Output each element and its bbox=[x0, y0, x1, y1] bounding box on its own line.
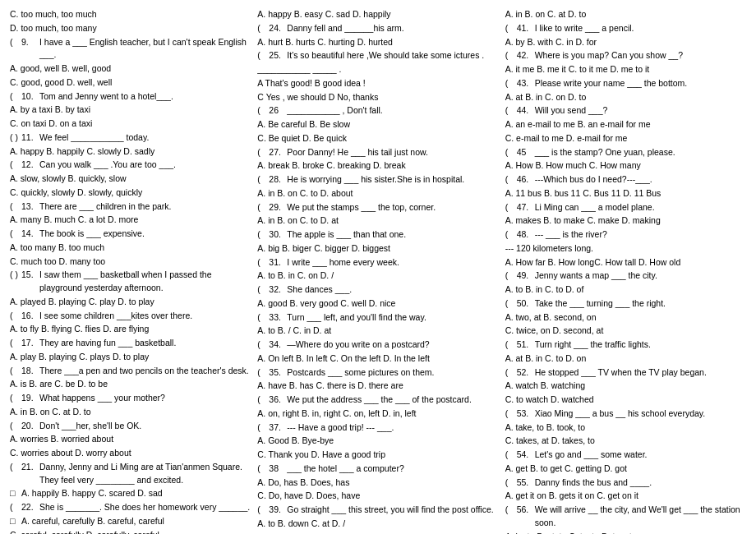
question-content: A. Be careful B. Be slow bbox=[257, 118, 498, 131]
list-item: C. takes, at D. takes, to bbox=[505, 435, 746, 448]
list-item: (35.Postcards ___ some pictures on them. bbox=[257, 366, 498, 380]
list-item: C Yes , we should D No, thanks bbox=[257, 91, 498, 104]
paren: ( bbox=[257, 22, 269, 35]
list-item: A. good, well B. well, good bbox=[10, 62, 251, 76]
question-content: It's so beautiful here ,We should take s… bbox=[287, 49, 498, 62]
list-item: A. get it on B. gets it on C. get on it bbox=[505, 490, 746, 503]
list-item: (14.The book is ___ expensive. bbox=[10, 228, 251, 241]
list-item: A. On left B. In left C. On the left D. … bbox=[257, 352, 498, 366]
question-content: C. e-mail to me D. e-mail for me bbox=[505, 132, 746, 145]
question-number: 13. bbox=[21, 200, 39, 214]
list-item: C. Thank you D. Have a good trip bbox=[257, 449, 498, 462]
list-item: A. by a taxi B. by taxi bbox=[10, 104, 251, 117]
question-content: A. Good B. Bye-bye bbox=[257, 435, 498, 448]
list-item: A. Good B. Bye-bye bbox=[257, 435, 498, 448]
paren: ( bbox=[10, 420, 21, 433]
list-item: A. slow, slowly B. quickly, slow bbox=[10, 173, 251, 186]
question-content: A. have B. has C. there is D. there are bbox=[257, 380, 498, 393]
list-item: A. to fly B. flying C. flies D. are flyi… bbox=[10, 323, 251, 336]
list-item: C. good, good D. well, well bbox=[10, 76, 251, 90]
list-item: □A. careful, carefully B. careful, caref… bbox=[10, 515, 251, 528]
paren: ( bbox=[505, 476, 517, 490]
list-item: (49.Jenny wants a map ___ the city. bbox=[505, 269, 746, 283]
list-item: (18.There ___a pen and two pencils on th… bbox=[10, 365, 251, 378]
question-content: A. get it on B. gets it on C. get on it bbox=[505, 490, 746, 503]
question-content: Go straight ___ this street, you will fi… bbox=[287, 504, 498, 517]
list-item: (30.The apple is ___ than that one. bbox=[257, 228, 498, 242]
list-item: A. an e-mail to me B. an e-mail for me bbox=[505, 118, 746, 131]
question-content: A. break B. broke C. breaking D. break bbox=[257, 159, 498, 173]
list-item: A. break B. broke C. breaking D. break bbox=[257, 159, 498, 173]
question-number: 26 bbox=[269, 104, 287, 117]
question-content: I saw them ___ basketball when I passed … bbox=[39, 269, 251, 295]
list-item: (47.Li Ming can ___ a model plane. bbox=[505, 201, 746, 214]
question-content: A. in B. on C. to D. about bbox=[257, 187, 498, 200]
list-item: A. to B. in C. to D. of bbox=[505, 283, 746, 297]
question-content: A. played B. playing C. play D. to play bbox=[10, 296, 251, 309]
question-content: C. worries about D. worry about bbox=[10, 447, 251, 460]
question-content: A. good B. very good C. well D. nice bbox=[257, 297, 498, 311]
question-content: Xiao Ming ___ a bus __ his school everyd… bbox=[535, 407, 746, 421]
question-content: A. is B. are C. be D. to be bbox=[10, 378, 251, 391]
question-content: C. careful, carefully D. carefully, care… bbox=[10, 529, 251, 535]
question-number: 25. bbox=[269, 49, 287, 62]
list-item: A. to B. in C. on D. / bbox=[257, 269, 498, 283]
question-content: A. at B. in C. to D. on bbox=[505, 352, 746, 366]
paren: ( bbox=[10, 337, 21, 350]
question-content: A. to B. down C. at D. / bbox=[257, 518, 498, 531]
question-content: Turn right ___ the traffic lights. bbox=[535, 338, 746, 352]
list-item: A. on, right B. in, right C. on, left D.… bbox=[257, 407, 498, 421]
list-item: A. worries B. worried about bbox=[10, 433, 251, 446]
list-item: (39.Go straight ___ this street, you wil… bbox=[257, 504, 498, 517]
question-content: A. worries B. worried about bbox=[10, 433, 251, 446]
list-item: C. quickly, slowly D. slowly, quickly bbox=[10, 186, 251, 200]
paren: ( bbox=[257, 256, 269, 269]
question-number: 47. bbox=[517, 201, 535, 214]
list-item: A. in B. on C. at D. to bbox=[10, 406, 251, 419]
question-content: A. take, to B. took, to bbox=[505, 421, 746, 435]
paren: ( ) bbox=[10, 131, 21, 145]
question-number: 42. bbox=[517, 49, 535, 62]
question-content: ___________ _____ . bbox=[257, 63, 498, 76]
list-item: (46.---Which bus do I need?---___. bbox=[505, 173, 746, 186]
list-item: (21.Danny, Jenny and Li Ming are at Tian… bbox=[10, 461, 251, 487]
list-item: A. 11 bus B. bus 11 C. Bus 11 D. 11 Bus bbox=[505, 187, 746, 200]
question-content: A. it me B. me it C. to it me D. me to i… bbox=[505, 63, 746, 76]
question-content: C. quickly, slowly D. slowly, quickly bbox=[10, 186, 251, 200]
list-item: A. is B. are C. be D. to be bbox=[10, 378, 251, 391]
list-item: (45___ is the stamp? One yuan, please. bbox=[505, 146, 746, 159]
question-content: Turn ___ left, and you'll find the way. bbox=[287, 311, 498, 325]
question-content: C. much too D. many too bbox=[10, 255, 251, 269]
list-item: A. by B. with C. in D. for bbox=[505, 36, 746, 49]
list-item: (51.Turn right ___ the traffic lights. bbox=[505, 338, 746, 352]
question-number: 35. bbox=[269, 366, 287, 380]
question-content: ___ the hotel ___ a computer? bbox=[287, 463, 498, 476]
paren: ( bbox=[257, 463, 269, 476]
list-item: C. twice, on D. second, at bbox=[505, 325, 746, 338]
list-item: A. How far B. How longC. How tall D. How… bbox=[505, 256, 746, 269]
question-content: A. happy B. happily C. slowly D. sadly bbox=[10, 145, 251, 159]
question-content: I write ___ home every week. bbox=[287, 256, 498, 269]
question-number: 24. bbox=[269, 22, 287, 35]
list-item: C. too much, too much bbox=[10, 8, 251, 21]
column-2: A. happy B. easy C. sad D. happily(24.Da… bbox=[257, 8, 498, 534]
list-item: A. hurt B. hurts C. hurting D. hurted bbox=[257, 36, 498, 49]
question-content: A. two, at B. second, on bbox=[505, 311, 746, 325]
question-content: ___ is the stamp? One yuan, please. bbox=[535, 146, 746, 159]
question-content: They are having fun ___ basketball. bbox=[39, 337, 251, 350]
paren: ( bbox=[505, 269, 517, 283]
question-number: 18. bbox=[21, 365, 39, 378]
paren: ( bbox=[505, 228, 517, 242]
paren: ( bbox=[10, 310, 21, 323]
list-item: (41.I like to write ___ a pencil. bbox=[505, 22, 746, 35]
question-content: A. 11 bus B. bus 11 C. Bus 11 D. 11 Bus bbox=[505, 187, 746, 200]
question-content: A. hurt B. hurts C. hurting D. hurted bbox=[257, 36, 498, 49]
question-content: Jenny wants a map ___ the city. bbox=[535, 269, 746, 283]
question-number: 30. bbox=[269, 228, 287, 242]
list-item: C. Do, have D. Does, have bbox=[257, 490, 498, 503]
list-item: (37.--- Have a good trip! --- ___. bbox=[257, 421, 498, 435]
question-content: Li Ming can ___ a model plane. bbox=[535, 201, 746, 214]
question-number: 32. bbox=[269, 283, 287, 297]
paren: □ bbox=[10, 487, 21, 500]
paren: ( bbox=[10, 159, 21, 172]
